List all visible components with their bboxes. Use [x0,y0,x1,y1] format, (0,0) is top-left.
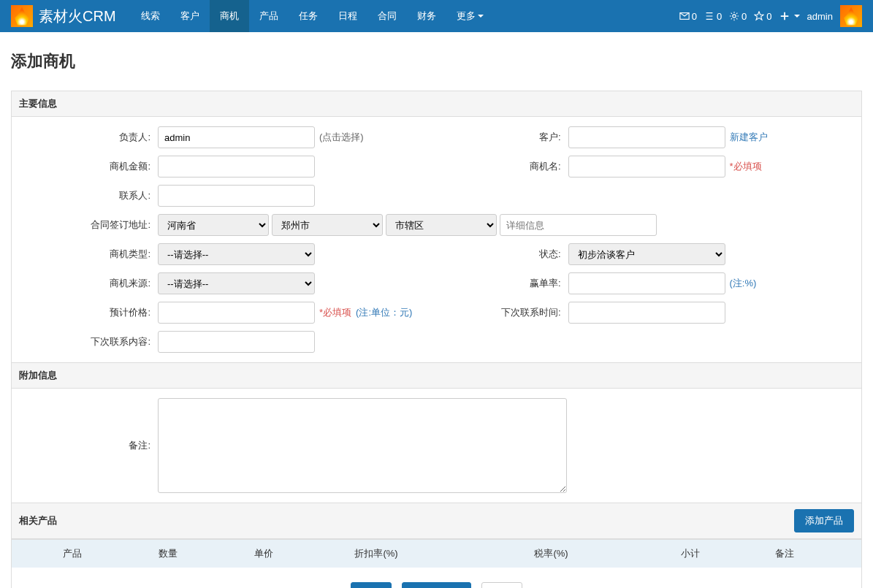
gear-icon [729,11,739,21]
nav-list[interactable]: 0 [704,11,722,22]
nav-star[interactable]: 0 [754,11,771,22]
label-owner: 负责人: [12,131,158,144]
section-main: 主要信息 [12,91,861,117]
action-bar: 保存 保存并新建 返回 [12,568,861,588]
th-discount: 折扣率(%) [347,540,527,568]
label-customer: 客户: [437,131,568,144]
address-detail-input[interactable] [500,214,657,236]
nav-add[interactable] [779,11,800,21]
amount-input[interactable] [158,156,315,177]
name-hint: *必填项 [730,160,762,173]
label-type: 商机类型: [12,248,158,261]
page-title: 添加商机 [11,50,862,72]
add-product-button[interactable]: 添加产品 [794,509,854,532]
price-hint-2: (注:单位：元) [356,306,412,319]
win-rate-input[interactable] [568,272,725,294]
label-remark: 备注: [12,439,158,452]
city-select[interactable]: 郑州市 [272,214,383,236]
nav-mail[interactable]: 0 [679,11,697,22]
nav-item-8[interactable]: 更多 [446,0,494,32]
brand[interactable]: 素材火CRM [11,5,116,27]
label-next-time: 下次联系时间: [437,306,568,319]
label-source: 商机来源: [12,277,158,290]
th-note: 备注 [768,540,861,568]
th-qty: 数量 [151,540,247,568]
nav-item-6[interactable]: 合同 [367,0,407,32]
brand-text: 素材火CRM [39,7,116,26]
svg-point-1 [733,15,736,18]
section-extra: 附加信息 [12,362,861,389]
th-subtotal: 小计 [674,540,767,568]
save-new-button[interactable]: 保存并新建 [402,582,471,588]
caret-icon [794,15,800,18]
caret-icon [478,15,484,18]
label-contact: 联系人: [12,189,158,202]
th-tax: 税率(%) [527,540,674,568]
win-rate-hint: (注:%) [730,277,757,290]
nav-username[interactable]: admin [807,11,833,22]
next-time-input[interactable] [568,302,725,324]
district-select[interactable]: 市辖区 [386,214,497,236]
brand-logo-icon [11,5,33,27]
label-win-rate: 赢单率: [437,277,568,290]
section-products: 相关产品 添加产品 [12,503,861,539]
type-select[interactable]: --请选择-- [158,243,315,265]
nav-item-2[interactable]: 商机 [210,0,249,32]
new-customer-link[interactable]: 新建客户 [730,131,768,142]
nav-right: 0 0 0 0 admin [679,5,862,27]
nav-settings[interactable]: 0 [729,11,747,22]
owner-hint: (点击选择) [319,131,364,144]
th-price: 单价 [247,540,347,568]
label-next-content: 下次联系内容: [12,335,158,348]
th-blank [12,540,56,568]
contact-input[interactable] [158,185,315,207]
avatar[interactable] [840,5,862,27]
label-price: 预计价格: [12,306,158,319]
plus-icon [779,11,790,21]
nav-item-0[interactable]: 线索 [131,0,170,32]
customer-input[interactable] [568,126,725,148]
label-amount: 商机金额: [12,160,158,173]
remark-textarea[interactable] [158,398,567,493]
source-select[interactable]: --请选择-- [158,272,315,294]
content-panel: 主要信息 负责人: (点击选择) 客户: 新建客户 商机金额: [11,91,862,588]
nav-item-3[interactable]: 产品 [249,0,289,32]
label-name: 商机名: [437,160,568,173]
product-table-header: 产品 数量 单价 折扣率(%) 税率(%) 小计 备注 [12,539,861,568]
th-product: 产品 [56,540,151,568]
back-button[interactable]: 返回 [481,582,522,588]
status-select[interactable]: 初步洽谈客户 [568,243,725,265]
nav-item-5[interactable]: 日程 [328,0,367,32]
star-icon [754,11,764,21]
nav-item-7[interactable]: 财务 [407,0,446,32]
nav-item-1[interactable]: 客户 [170,0,210,32]
mail-icon [679,11,690,21]
label-address: 合同签订地址: [12,218,158,232]
navbar: 素材火CRM 线索客户商机产品任务日程合同财务更多 0 0 0 0 admin [0,0,873,32]
nav-menu: 线索客户商机产品任务日程合同财务更多 [131,0,679,32]
price-hint-1: *必填项 [319,306,351,319]
price-input[interactable] [158,302,315,324]
list-icon [704,11,714,21]
province-select[interactable]: 河南省 [158,214,269,236]
nav-item-4[interactable]: 任务 [289,0,328,32]
name-input[interactable] [568,156,725,177]
label-status: 状态: [437,248,568,261]
owner-input[interactable] [158,126,315,148]
next-content-input[interactable] [158,331,315,353]
save-button[interactable]: 保存 [351,582,392,588]
